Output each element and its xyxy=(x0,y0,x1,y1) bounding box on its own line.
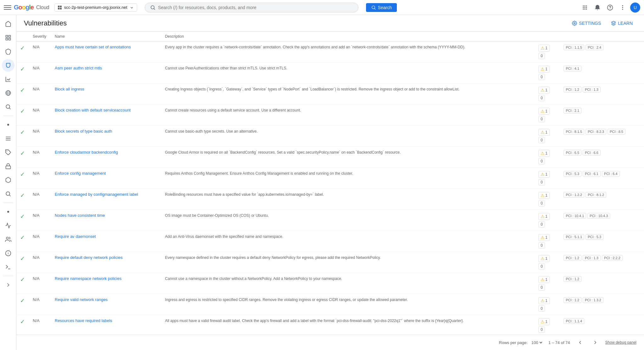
name-cell[interactable]: Resources have required labels xyxy=(51,315,161,336)
name-cell[interactable]: Apps must have certain set of annotation… xyxy=(51,41,161,63)
name-cell[interactable]: Require valid network ranges xyxy=(51,294,161,315)
next-page-button[interactable] xyxy=(590,337,600,347)
vuln-name-link[interactable]: Enforce config management xyxy=(55,171,106,176)
name-cell[interactable]: Block all ingress xyxy=(51,84,161,105)
sidebar-item-persons[interactable] xyxy=(2,233,14,246)
sidebar-item-home[interactable] xyxy=(2,18,14,30)
vuln-name-link[interactable]: Require default deny network policies xyxy=(55,255,123,260)
svg-rect-21 xyxy=(8,36,10,37)
table-row: ✓N/ARequire namespace network policiesCa… xyxy=(16,273,644,294)
sidebar-item-tag[interactable] xyxy=(2,146,14,159)
status-icon: ✓ xyxy=(20,129,25,135)
vuln-name-link[interactable]: Resources have required labels xyxy=(55,318,112,323)
severity-cell: N/A xyxy=(29,315,51,336)
vuln-name-link[interactable]: Apps must have certain set of annotation… xyxy=(55,45,131,49)
debug-panel-link[interactable]: Show debug panel xyxy=(605,340,636,345)
badges-cell: PCI : 1.1.4 xyxy=(560,315,644,336)
main-content: Vulnerabilities SETTINGS LEARN Severity xyxy=(16,15,644,350)
sidebar-item-terminal[interactable] xyxy=(2,261,14,273)
help-button[interactable] xyxy=(605,3,615,13)
warn-count: ⚠ 1 xyxy=(538,234,550,241)
vuln-name-link[interactable]: Block secrets of type basic auth xyxy=(55,129,112,134)
vuln-name-link[interactable]: Enforce managed by configmanagement labe… xyxy=(55,192,138,197)
sidebar-item-list[interactable] xyxy=(2,132,14,145)
warn-count: ⚠ 1 xyxy=(538,45,550,52)
vuln-name-link[interactable]: Block all ingress xyxy=(55,87,84,91)
table-row: ✓N/ABlock secrets of type basic authCann… xyxy=(16,126,644,147)
learn-button[interactable]: LEARN xyxy=(607,19,636,28)
col-status xyxy=(16,32,29,41)
more-button[interactable] xyxy=(618,3,628,13)
name-cell[interactable]: Block secrets of type basic auth xyxy=(51,126,161,147)
sidebar-item-vulnerabilities[interactable] xyxy=(2,59,14,72)
sidebar-item-lock[interactable] xyxy=(2,160,14,172)
status-icon: ✓ xyxy=(20,234,25,241)
name-cell[interactable]: Require namespace network policies xyxy=(51,273,161,294)
vuln-name-link[interactable]: Require valid network ranges xyxy=(55,297,108,302)
svg-rect-1 xyxy=(60,6,61,7)
sidebar-divider-3 xyxy=(3,276,13,276)
name-cell[interactable]: Require av daemonset xyxy=(51,231,161,252)
svg-point-32 xyxy=(6,237,8,239)
sidebar-item-box[interactable] xyxy=(2,174,14,186)
settings-button[interactable]: SETTINGS xyxy=(568,19,605,28)
sidebar-item-network[interactable] xyxy=(2,87,14,99)
search-button[interactable]: Search xyxy=(366,3,397,12)
name-cell[interactable]: Enforce managed by configmanagement labe… xyxy=(51,189,161,210)
vuln-name-link[interactable]: Require av daemonset xyxy=(55,234,96,239)
sidebar-item-info[interactable] xyxy=(2,247,14,260)
org-chevron-icon xyxy=(129,5,134,10)
name-cell[interactable]: Enforce config management xyxy=(51,168,161,189)
sidebar-item-dashboard[interactable] xyxy=(2,31,14,44)
search-icon xyxy=(150,5,156,10)
badges-cell: PCI : 8.1.5PCI : 8.2.3PCI : 8.5 xyxy=(560,126,644,147)
sidebar-divider-2 xyxy=(3,203,13,203)
name-cell[interactable]: Asm peer authn strict mtls xyxy=(51,63,161,84)
sidebar-item-shield[interactable] xyxy=(2,45,14,58)
counts-cell: ⚠ 1 0 xyxy=(535,294,560,315)
vuln-name-link[interactable]: Require namespace network policies xyxy=(55,276,121,281)
status-cell: ✓ xyxy=(16,168,29,189)
prev-page-button[interactable] xyxy=(575,337,585,347)
sidebar-item-chart[interactable] xyxy=(2,73,14,85)
user-avatar[interactable]: U xyxy=(630,3,640,13)
sidebar-item-expand[interactable] xyxy=(2,279,14,291)
notifications-button[interactable] xyxy=(592,3,602,13)
ok-count: 0 xyxy=(538,95,545,101)
apps-button[interactable] xyxy=(580,3,590,13)
svg-point-31 xyxy=(6,192,10,195)
svg-rect-0 xyxy=(58,6,59,7)
rows-per-page-select[interactable]: 100 50 25 xyxy=(530,340,543,345)
search-input[interactable] xyxy=(158,5,353,10)
svg-rect-2 xyxy=(58,8,59,9)
svg-point-25 xyxy=(6,105,10,108)
org-selector[interactable]: scc-2p-test-premium-org.joonix.net xyxy=(54,3,137,12)
table-row: ✓N/AResources have required labelsAll ap… xyxy=(16,315,644,336)
name-cell[interactable]: Enforce cloudarmor backendconfig xyxy=(51,147,161,168)
status-cell: ✓ xyxy=(16,189,29,210)
vuln-name-link[interactable]: Nodes have consistent time xyxy=(55,213,105,218)
counts-cell: ⚠ 1 0 xyxy=(535,315,560,336)
name-cell[interactable]: Block creation with default serviceaccou… xyxy=(51,105,161,126)
sidebar-item-dot1[interactable] xyxy=(2,118,14,131)
hamburger-button[interactable] xyxy=(4,4,11,11)
ok-count: 0 xyxy=(538,179,545,185)
sidebar-item-magnify[interactable] xyxy=(2,188,14,200)
sidebar-item-search[interactable] xyxy=(2,101,14,113)
svg-point-7 xyxy=(584,5,585,6)
name-cell[interactable]: Require default deny network policies xyxy=(51,252,161,273)
status-cell: ✓ xyxy=(16,105,29,126)
status-cell: ✓ xyxy=(16,294,29,315)
col-severity: Severity xyxy=(29,32,51,41)
severity-cell: N/A xyxy=(29,168,51,189)
vuln-name-link[interactable]: Asm peer authn strict mtls xyxy=(55,66,102,70)
table-row: ✓N/ARequire av daemonsetAdd an Anti-Viru… xyxy=(16,231,644,252)
svg-point-4 xyxy=(151,6,154,9)
sidebar-item-activity[interactable] xyxy=(2,219,14,232)
header-actions: SETTINGS LEARN xyxy=(568,19,636,28)
vuln-name-link[interactable]: Enforce cloudarmor backendconfig xyxy=(55,150,118,155)
description-cell: Cannot create resources using a default … xyxy=(161,105,535,126)
vuln-name-link[interactable]: Block creation with default serviceaccou… xyxy=(55,108,130,112)
sidebar-item-dot2[interactable] xyxy=(2,205,14,218)
name-cell[interactable]: Nodes have consistent time xyxy=(51,210,161,231)
